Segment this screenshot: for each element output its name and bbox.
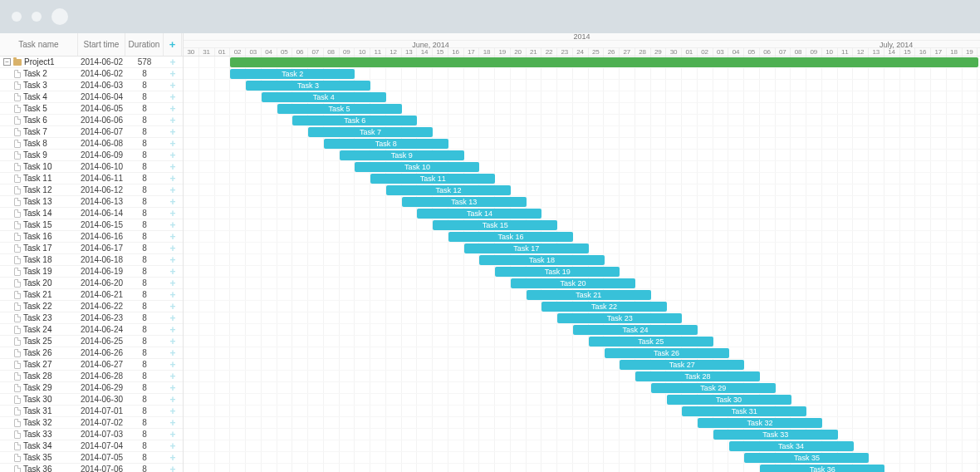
task-bar[interactable]: Task 31 (682, 406, 806, 416)
task-row[interactable]: Task 22014-06-028+ (0, 68, 183, 80)
task-row[interactable]: Task 142014-06-148+ (0, 208, 183, 219)
task-row[interactable]: Task 272014-06-278+ (0, 359, 183, 371)
task-row[interactable]: Task 112014-06-118+ (0, 173, 183, 184)
task-row[interactable]: Task 282014-06-288+ (0, 371, 183, 382)
task-row[interactable]: Task 152014-06-158+ (0, 219, 183, 231)
task-bar[interactable]: Task 21 (527, 290, 651, 300)
add-task-button[interactable]: + (164, 208, 182, 219)
task-bar[interactable]: Task 32 (698, 418, 822, 428)
task-bar[interactable]: Task 24 (573, 325, 698, 335)
task-row[interactable]: Task 332014-07-038+ (0, 429, 183, 440)
project-bar[interactable] (230, 57, 978, 67)
add-task-button[interactable]: + (164, 452, 182, 464)
task-bar[interactable]: Task 15 (433, 220, 557, 230)
task-row[interactable]: Task 222014-06-228+ (0, 301, 183, 312)
task-bar[interactable]: Task 4 (262, 92, 386, 102)
add-task-button[interactable]: + (164, 406, 182, 417)
add-task-button[interactable]: + (164, 440, 182, 452)
task-row[interactable]: Task 52014-06-058+ (0, 103, 183, 115)
task-bar[interactable]: Task 13 (402, 197, 527, 207)
project-row[interactable]: −Project12014-06-02578+ (0, 57, 183, 68)
task-row[interactable]: Task 132014-06-138+ (0, 196, 183, 208)
col-header-start[interactable]: Start time (78, 33, 125, 56)
collapse-toggle-icon[interactable]: − (3, 58, 11, 66)
add-column-button[interactable]: + (164, 33, 182, 56)
add-task-button[interactable]: + (164, 91, 182, 103)
task-bar[interactable]: Task 17 (464, 243, 589, 253)
gantt-chart[interactable]: Task 2Task 3Task 4Task 5Task 6Task 7Task… (184, 57, 980, 472)
task-bar[interactable]: Task 7 (308, 127, 433, 137)
task-row[interactable]: Task 242014-06-248+ (0, 324, 183, 336)
add-task-button[interactable]: + (164, 312, 182, 324)
add-task-button[interactable]: + (164, 417, 182, 429)
add-task-button[interactable]: + (164, 161, 182, 173)
task-row[interactable]: Task 362014-07-068+ (0, 464, 183, 472)
task-bar[interactable]: Task 5 (277, 104, 402, 114)
add-task-button[interactable]: + (164, 57, 182, 68)
task-bar[interactable]: Task 29 (651, 383, 776, 393)
add-task-button[interactable]: + (164, 278, 182, 289)
add-task-button[interactable]: + (164, 464, 182, 473)
task-row[interactable]: Task 72014-06-078+ (0, 126, 183, 138)
task-bar[interactable]: Task 10 (355, 162, 479, 172)
add-task-button[interactable]: + (164, 266, 182, 278)
add-task-button[interactable]: + (164, 231, 182, 243)
add-task-button[interactable]: + (164, 219, 182, 231)
task-bar[interactable]: Task 36 (760, 465, 884, 472)
task-row[interactable]: Task 122014-06-128+ (0, 184, 183, 196)
task-bar[interactable]: Task 33 (713, 430, 838, 440)
task-row[interactable]: Task 212014-06-218+ (0, 289, 183, 301)
task-bar[interactable]: Task 35 (744, 453, 869, 463)
task-bar[interactable]: Task 20 (511, 278, 635, 288)
add-task-button[interactable]: + (164, 429, 182, 440)
add-task-button[interactable]: + (164, 394, 182, 406)
task-row[interactable]: Task 262014-06-268+ (0, 347, 183, 359)
add-task-button[interactable]: + (164, 150, 182, 161)
task-bar[interactable]: Task 16 (448, 232, 573, 242)
task-bar[interactable]: Task 26 (605, 348, 729, 358)
add-task-button[interactable]: + (164, 301, 182, 312)
task-bar[interactable]: Task 2 (230, 69, 355, 79)
task-row[interactable]: Task 322014-07-028+ (0, 417, 183, 429)
add-task-button[interactable]: + (164, 324, 182, 336)
add-task-button[interactable]: + (164, 184, 182, 196)
task-row[interactable]: Task 302014-06-308+ (0, 394, 183, 406)
task-row[interactable]: Task 62014-06-068+ (0, 115, 183, 126)
col-header-name[interactable]: Task name (0, 33, 78, 56)
task-bar[interactable]: Task 8 (324, 139, 448, 149)
task-row[interactable]: Task 252014-06-258+ (0, 336, 183, 347)
col-header-duration[interactable]: Duration (125, 33, 164, 56)
task-row[interactable]: Task 292014-06-298+ (0, 382, 183, 394)
task-row[interactable]: Task 352014-07-058+ (0, 452, 183, 464)
add-task-button[interactable]: + (164, 347, 182, 359)
task-bar[interactable]: Task 28 (635, 371, 760, 381)
task-row[interactable]: Task 192014-06-198+ (0, 266, 183, 278)
task-bar[interactable]: Task 9 (340, 150, 464, 160)
task-bar[interactable]: Task 14 (417, 209, 541, 219)
task-bar[interactable]: Task 11 (370, 174, 495, 184)
task-row[interactable]: Task 82014-06-088+ (0, 138, 183, 150)
task-bar[interactable]: Task 6 (292, 116, 417, 125)
task-row[interactable]: Task 32014-06-038+ (0, 80, 183, 91)
task-bar[interactable]: Task 27 (620, 360, 744, 370)
task-row[interactable]: Task 202014-06-208+ (0, 278, 183, 289)
task-bar[interactable]: Task 23 (557, 313, 682, 323)
add-task-button[interactable]: + (164, 336, 182, 347)
task-bar[interactable]: Task 22 (541, 302, 666, 312)
task-bar[interactable]: Task 30 (667, 395, 791, 405)
add-task-button[interactable]: + (164, 382, 182, 394)
add-task-button[interactable]: + (164, 196, 182, 208)
add-task-button[interactable]: + (164, 68, 182, 80)
add-task-button[interactable]: + (164, 115, 182, 126)
add-task-button[interactable]: + (164, 254, 182, 266)
task-bar[interactable]: Task 25 (589, 337, 713, 347)
task-bar[interactable]: Task 3 (246, 81, 370, 91)
task-row[interactable]: Task 232014-06-238+ (0, 312, 183, 324)
add-task-button[interactable]: + (164, 173, 182, 184)
add-task-button[interactable]: + (164, 243, 182, 254)
task-row[interactable]: Task 312014-07-018+ (0, 406, 183, 417)
task-row[interactable]: Task 182014-06-188+ (0, 254, 183, 266)
add-task-button[interactable]: + (164, 103, 182, 115)
add-task-button[interactable]: + (164, 138, 182, 150)
task-row[interactable]: Task 92014-06-098+ (0, 150, 183, 161)
